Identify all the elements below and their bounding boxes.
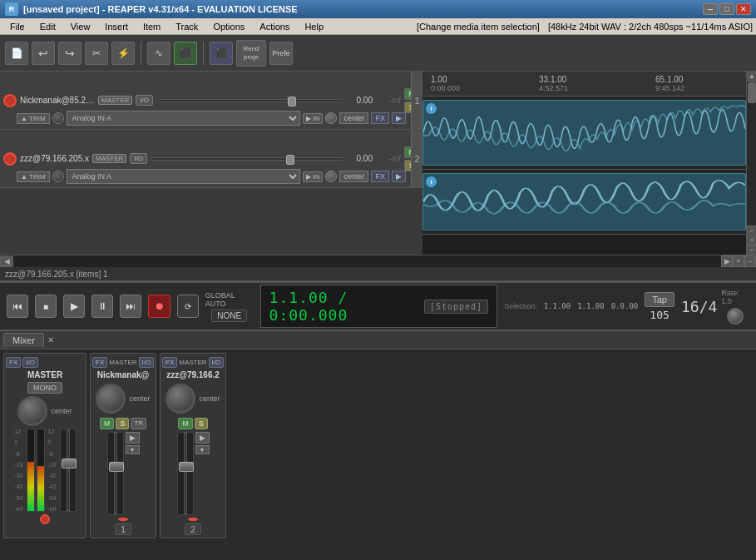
menu-insert[interactable]: Insert xyxy=(98,20,135,33)
close-button[interactable]: ✕ xyxy=(736,3,751,15)
track-2-record-btn[interactable] xyxy=(3,152,17,166)
track-2-volume-slider[interactable] xyxy=(151,157,344,161)
ch1-fader-thumb[interactable] xyxy=(109,462,124,472)
scroll-zoom-out[interactable]: − xyxy=(744,255,756,267)
waveform-row-2[interactable]: i xyxy=(422,170,756,235)
track-2-arrow-btn[interactable]: ▶ xyxy=(392,171,406,182)
track-1-fx-btn[interactable]: FX xyxy=(371,112,389,124)
menu-help[interactable]: Help xyxy=(298,20,330,33)
track-2-pan-knob[interactable] xyxy=(325,171,337,182)
scroll-v-down-2[interactable]: + xyxy=(747,235,756,245)
master-fader-thumb[interactable] xyxy=(62,458,77,468)
track-1-io-btn[interactable]: I/O xyxy=(136,95,153,106)
scroll-v-up[interactable]: ▲ xyxy=(747,72,756,82)
mixer-tab[interactable]: Mixer xyxy=(3,333,44,347)
tb-cut[interactable]: ✂ xyxy=(85,42,108,65)
waveform-clip-2[interactable]: i xyxy=(422,173,746,230)
ch2-fader[interactable] xyxy=(177,432,194,515)
ch2-mute-btn[interactable]: M xyxy=(178,418,193,429)
track-1-input-select[interactable]: Analog IN A xyxy=(67,111,301,126)
tb-split[interactable]: ⚡ xyxy=(111,42,135,65)
tb-prefs[interactable]: Prefe xyxy=(269,42,293,65)
transport-pause[interactable]: ⏸ xyxy=(91,295,113,318)
ch1-fader[interactable] xyxy=(107,432,124,515)
scroll-h-left[interactable]: ◀ xyxy=(0,256,13,266)
scroll-zoom-in[interactable]: + xyxy=(733,255,744,267)
scroll-v-down-3[interactable]: − xyxy=(747,245,756,255)
maximize-button[interactable]: □ xyxy=(719,3,734,15)
menu-view[interactable]: View xyxy=(64,20,97,33)
menu-actions[interactable]: Actions xyxy=(253,20,296,33)
track-1-volume-slider[interactable] xyxy=(156,99,344,102)
ch2-stop-btn[interactable]: ▼ xyxy=(195,445,210,454)
scroll-h-track[interactable] xyxy=(13,255,721,267)
ch1-fx-btn[interactable]: FX xyxy=(92,357,107,368)
time-signature[interactable]: 16/4 xyxy=(681,298,714,315)
track-2-volume-thumb[interactable] xyxy=(286,155,294,165)
track-2-io-btn[interactable]: I/O xyxy=(130,153,147,164)
waveform-scrollbar-v[interactable]: ▲ − + − xyxy=(746,72,756,255)
bottom-scrollbar[interactable]: ◀ ▶ + − xyxy=(0,255,756,266)
menu-file[interactable]: File xyxy=(3,20,32,33)
track-1-record-btn[interactable] xyxy=(3,94,17,107)
transport-play[interactable]: ▶ xyxy=(63,295,85,318)
ch2-fader-thumb[interactable] xyxy=(179,462,194,472)
master-fx-btn[interactable]: FX xyxy=(6,357,21,368)
mixer-close-btn[interactable]: ✕ xyxy=(47,335,54,344)
waveform-row-1[interactable]: i xyxy=(422,97,756,170)
ch1-tr-btn[interactable]: TR xyxy=(131,418,146,429)
master-mono-btn[interactable]: MONO xyxy=(27,382,62,394)
track-2-trim-btn[interactable]: ▲ TRIM xyxy=(17,171,50,182)
track-2-knob[interactable] xyxy=(52,171,64,182)
track-1-volume-thumb[interactable] xyxy=(288,97,296,107)
transport-loop[interactable]: ⟳ xyxy=(177,295,199,318)
ch1-mute-btn[interactable]: M xyxy=(100,418,115,429)
ch1-stop-btn[interactable]: ▼ xyxy=(126,445,140,454)
ch2-io-btn[interactable]: I/O xyxy=(209,357,225,368)
track-1-trim-btn[interactable]: ▲ TRIM xyxy=(17,113,50,124)
tb-grid[interactable]: ⬛ xyxy=(174,42,197,65)
tap-button[interactable]: Tap xyxy=(645,292,674,307)
minimize-button[interactable]: ─ xyxy=(703,3,718,15)
tb-undo[interactable]: ↩ xyxy=(32,42,55,65)
scroll-v-down-1[interactable]: − xyxy=(747,225,756,235)
track-2-fx-btn[interactable]: FX xyxy=(371,171,389,182)
tb-render[interactable]: ⬛ xyxy=(210,42,233,65)
track-1-arrow-btn[interactable]: ▶ xyxy=(392,112,406,124)
ch2-play-btn[interactable]: ▶ xyxy=(195,432,210,444)
tb-envelope[interactable]: ∿ xyxy=(147,42,170,65)
waveform-clip-1[interactable]: i xyxy=(422,100,746,166)
master-fader[interactable] xyxy=(60,429,77,512)
ch2-fx-btn[interactable]: FX xyxy=(162,357,177,368)
ch1-pan-knob[interactable] xyxy=(96,384,126,414)
tb-render-proj[interactable]: Rend proje xyxy=(236,40,266,67)
global-auto-value[interactable]: NONE xyxy=(211,310,247,322)
transport-skip-fwd[interactable]: ⏭ xyxy=(120,295,141,318)
transport-record[interactable]: ⏺ xyxy=(148,295,170,318)
master-io-btn[interactable]: I/O xyxy=(22,357,38,368)
tb-new[interactable]: 📄 xyxy=(5,42,28,65)
transport-skip-back[interactable]: ⏮ xyxy=(7,295,28,318)
tb-redo[interactable]: ↪ xyxy=(58,42,82,65)
scroll-h-right[interactable]: ▶ xyxy=(721,255,733,267)
menu-item[interactable]: Item xyxy=(136,20,167,33)
ch1-solo-btn[interactable]: S xyxy=(116,418,129,429)
master-pan-knob[interactable] xyxy=(17,396,47,426)
menu-track[interactable]: Track xyxy=(169,20,205,33)
ch1-io-btn[interactable]: I/O xyxy=(139,357,155,368)
track-1-in-btn[interactable]: ▶ IN xyxy=(303,113,323,124)
scroll-v-track[interactable] xyxy=(747,82,756,225)
transport-stop[interactable]: ■ xyxy=(35,295,57,318)
scroll-v-thumb[interactable] xyxy=(748,82,756,103)
ch2-solo-btn[interactable]: S xyxy=(195,418,208,429)
ch2-name: zzz@79.166.2 xyxy=(166,370,220,379)
track-1-knob[interactable] xyxy=(52,112,64,124)
ch2-pan-knob[interactable] xyxy=(166,384,195,414)
track-2-in-btn[interactable]: ▶ IN xyxy=(303,171,323,182)
track-1-pan-knob[interactable] xyxy=(325,112,337,124)
ch1-play-btn[interactable]: ▶ xyxy=(126,432,140,444)
rate-knob[interactable] xyxy=(727,308,744,325)
track-2-input-select[interactable]: Analog IN A xyxy=(67,169,301,184)
menu-options[interactable]: Options xyxy=(206,20,251,33)
menu-edit[interactable]: Edit xyxy=(33,20,62,33)
